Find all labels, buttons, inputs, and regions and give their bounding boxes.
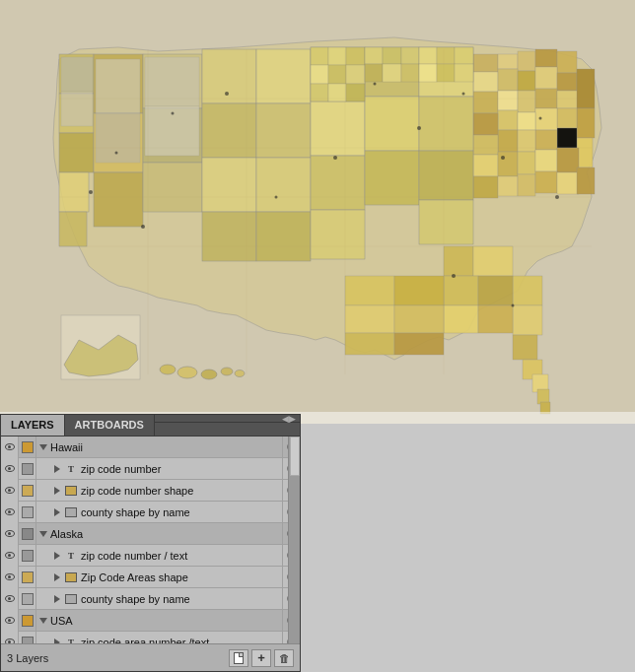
- svg-rect-7: [557, 51, 577, 73]
- resize-handle[interactable]: ◀▶: [282, 414, 296, 424]
- color-usa[interactable]: [19, 610, 36, 632]
- svg-rect-92: [328, 47, 346, 65]
- svg-rect-54: [478, 305, 513, 333]
- tab-artboards[interactable]: ARTBOARDS: [65, 415, 155, 436]
- svg-rect-32: [498, 152, 518, 176]
- color-zip-code-number[interactable]: [19, 458, 36, 480]
- visibility-hawaii[interactable]: [1, 437, 19, 458]
- svg-rect-112: [61, 57, 93, 92]
- color-alaska[interactable]: [19, 523, 36, 545]
- svg-point-132: [333, 156, 337, 160]
- color-hawaii[interactable]: [19, 437, 36, 458]
- svg-rect-35: [557, 148, 579, 172]
- expand-county-shape-alaska[interactable]: [52, 594, 62, 604]
- visibility-zip-code-number[interactable]: [1, 458, 19, 480]
- eye-icon: [5, 443, 15, 450]
- visibility-usa[interactable]: [1, 610, 19, 632]
- expand-zip-code-number-shape[interactable]: [52, 486, 62, 496]
- svg-rect-86: [365, 151, 419, 205]
- delete-layer-button[interactable]: 🗑: [274, 649, 294, 667]
- svg-rect-40: [557, 172, 579, 194]
- svg-rect-28: [518, 130, 535, 152]
- indent-zip-code-number-shape: zip code number shape: [36, 484, 282, 498]
- expand-zip-code-number-text[interactable]: [52, 551, 62, 561]
- indent-alaska: Alaska: [36, 528, 282, 540]
- svg-rect-38: [518, 174, 535, 196]
- svg-rect-23: [535, 108, 557, 130]
- color-swatch-hawaii: [22, 441, 34, 453]
- color-zip-code-area-number-text[interactable]: [19, 632, 36, 644]
- color-swatch-usa: [22, 615, 34, 627]
- layer-row-alaska[interactable]: Alaska: [1, 523, 300, 545]
- text-layer-icon: T: [68, 638, 74, 644]
- expand-zip-code-areas-alaska[interactable]: [52, 572, 62, 582]
- scroll-track[interactable]: [288, 437, 300, 643]
- layer-row-zip-code-area-number-text[interactable]: T zip code area number /text: [1, 632, 300, 643]
- svg-rect-89: [419, 151, 473, 200]
- expand-county-shape-hawaii[interactable]: [52, 507, 62, 517]
- expand-usa[interactable]: [38, 616, 48, 626]
- color-zip-code-areas-alaska[interactable]: [19, 567, 36, 588]
- color-county-shape-hawaii[interactable]: [19, 502, 36, 523]
- svg-point-128: [141, 225, 145, 229]
- visibility-county-shape-hawaii[interactable]: [1, 502, 19, 523]
- layer-row-zip-code-number-shape[interactable]: zip code number shape: [1, 480, 300, 502]
- visibility-zip-code-number-shape[interactable]: [1, 480, 19, 502]
- page-icon: [234, 652, 244, 664]
- visibility-county-shape-alaska[interactable]: [1, 588, 19, 610]
- layer-type-icon: [64, 484, 78, 498]
- svg-rect-33: [518, 152, 535, 174]
- svg-point-136: [501, 156, 505, 160]
- add-layer-button[interactable]: +: [251, 649, 271, 667]
- color-zip-code-number-text[interactable]: [19, 545, 36, 567]
- expand-zip-code-number[interactable]: [52, 464, 62, 474]
- svg-point-145: [221, 368, 233, 375]
- layer-name-county-shape-alaska: county shape by name: [81, 593, 282, 605]
- layer-row-county-shape-hawaii[interactable]: county shape by name: [1, 502, 300, 523]
- svg-rect-37: [498, 176, 518, 196]
- svg-rect-107: [437, 47, 455, 64]
- layer-name-zip-code-number-text: zip code number / text: [81, 550, 282, 562]
- color-swatch: [22, 571, 34, 583]
- visibility-alaska[interactable]: [1, 523, 19, 545]
- svg-point-143: [177, 367, 197, 378]
- color-swatch: [22, 550, 34, 562]
- layer-row-zip-code-areas-alaska[interactable]: Zip Code Areas shape: [1, 567, 300, 588]
- svg-rect-65: [59, 212, 87, 246]
- color-zip-code-number-shape[interactable]: [19, 480, 36, 502]
- new-layer-from-template-button[interactable]: [229, 649, 248, 667]
- layer-row-usa[interactable]: USA: [1, 610, 300, 632]
- layer-row-county-shape-alaska[interactable]: county shape by name: [1, 588, 300, 610]
- scroll-thumb[interactable]: [290, 437, 300, 476]
- layer-row-zip-code-number-text[interactable]: T zip code number / text: [1, 545, 300, 567]
- svg-point-134: [417, 126, 421, 130]
- svg-rect-53: [444, 305, 478, 333]
- visibility-zip-code-number-text[interactable]: [1, 545, 19, 567]
- svg-point-137: [539, 117, 542, 120]
- expand-zip-code-area-number-text[interactable]: [52, 638, 62, 644]
- color-county-shape-alaska[interactable]: [19, 588, 36, 610]
- visibility-zip-code-area-number-text[interactable]: [1, 632, 19, 644]
- svg-rect-113: [61, 92, 93, 126]
- expand-alaska[interactable]: [38, 529, 48, 539]
- svg-rect-4: [498, 54, 518, 69]
- svg-rect-6: [535, 49, 557, 67]
- svg-rect-3: [473, 54, 498, 72]
- visibility-zip-code-areas-alaska[interactable]: [1, 567, 19, 588]
- layer-row-hawaii[interactable]: Hawaii: [1, 437, 300, 458]
- eye-icon: [5, 487, 15, 494]
- expand-hawaii[interactable]: [38, 442, 48, 452]
- layer-name-zip-code-number: zip code number: [81, 463, 282, 475]
- layer-row-zip-code-number[interactable]: T zip code number: [1, 458, 300, 480]
- layers-panel: LAYERS ARTBOARDS ◀▶ Hawaii: [0, 414, 301, 672]
- svg-rect-91: [311, 47, 328, 65]
- svg-rect-83: [311, 210, 365, 259]
- eye-icon: [5, 595, 15, 602]
- color-swatch: [22, 463, 34, 475]
- svg-rect-19: [577, 108, 595, 138]
- svg-rect-77: [256, 103, 311, 158]
- tab-layers[interactable]: LAYERS: [1, 415, 65, 436]
- svg-rect-18: [577, 69, 595, 108]
- svg-rect-25: [498, 110, 518, 130]
- svg-point-127: [115, 152, 118, 155]
